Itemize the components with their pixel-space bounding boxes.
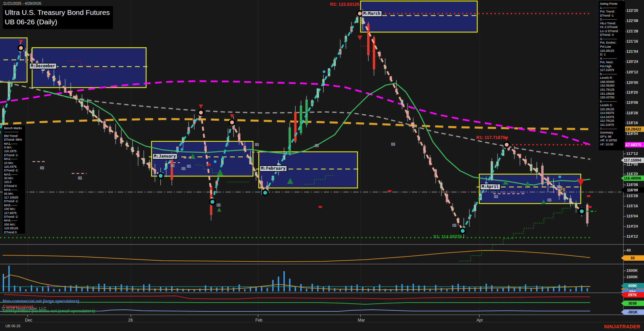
- swing-pivots-line: Swing Pivots: [600, 2, 624, 6]
- swing-pivots-panel: Swing Pivots1.--------------Pvt. Trend:D…: [599, 1, 625, 150]
- bench-marks-line: MA4.------: [4, 188, 24, 192]
- bench-marks-line: 55 MA:: [4, 192, 24, 196]
- price-axis-tick: 120'24: [626, 60, 638, 64]
- swing-pivots-line: 151.15625: [600, 92, 624, 96]
- bench-marks-line: --------------: [4, 130, 24, 134]
- indicator-value-badge: 33: [621, 255, 644, 261]
- ib-label: IB: [187, 164, 191, 169]
- swing-pivots-line: HiLo Trend:: [600, 22, 624, 26]
- s1-level-label[interactable]: S1: 114.59375: [433, 234, 462, 239]
- price-axis-tick: 120'12: [626, 70, 638, 74]
- ninjatrader-chart-window: { "window": { "date_range": "11/21/2025 …: [0, 0, 644, 331]
- swing-pivots-line: Lo:-2 DTrend: [600, 29, 624, 33]
- status-bar-instrument: UB 06-26: [5, 324, 20, 328]
- price-axis-tick: 119'20: [626, 90, 638, 94]
- price-axis-tick: 114'24: [626, 224, 638, 228]
- ib-label: IB: [391, 142, 395, 147]
- price-chart[interactable]: [0, 0, 644, 331]
- time-axis-label: Dec: [25, 318, 32, 323]
- swing-pivots-line: 4.--------------: [600, 57, 624, 61]
- cot-legend-noncommercial: Non-commercial net (large speculators): [3, 299, 79, 304]
- price-axis-tick: 121'16: [626, 39, 638, 43]
- price-axis-tick: 121'28: [626, 29, 638, 33]
- ib-label: IB: [78, 175, 82, 181]
- swing-pivots-line: AR: 9.18750: [600, 139, 624, 143]
- price-axis-tick: 115'16: [626, 204, 638, 208]
- indicator-value-badge: 409K: [621, 283, 644, 288]
- bench-marks-line: DTrend -2: [4, 215, 24, 219]
- price-axis-tick: 122'08: [626, 19, 638, 23]
- swing-pivots-line: 115.28125: [600, 108, 624, 112]
- swing-pivots-line: 114.34375: [600, 115, 624, 119]
- vertical-gridlines: [28, 0, 479, 315]
- lower-panel-plots: [0, 251, 590, 311]
- price-axis-tick: 121'04: [626, 49, 638, 53]
- month-box-label[interactable]: M:February: [259, 165, 287, 172]
- swing-pivots-line: Hi:-2 DTrend: [600, 25, 624, 29]
- ib-label: IB: [494, 194, 498, 199]
- swing-pivots-line: Pvt. Evolve:: [600, 41, 624, 45]
- swing-pivots-line: AF: 10.00: [600, 143, 624, 147]
- chart-title-line2: UB 06-26 (Daily): [5, 17, 110, 27]
- price-axis-tick: 118'16: [626, 121, 638, 125]
- bench-marks-line: Bench Marks: [4, 126, 24, 130]
- bench-marks-line: DTrend 0: [4, 184, 24, 188]
- price-axis-tick: 116'08: [626, 183, 638, 187]
- price-axis-tick: 115'04: [626, 214, 638, 218]
- bench-marks-panel: Bench Marks--------------BM Trend:DTrend…: [3, 125, 25, 234]
- bench-marks-line: 116.4375: [4, 165, 24, 169]
- ib-label: IB: [40, 165, 44, 170]
- month-box-label[interactable]: M:April: [480, 184, 501, 190]
- swing-pivots-line: 112.78125: [600, 119, 624, 123]
- month-boxes: [0, 1, 582, 204]
- price-value-badge: 117.15994: [621, 158, 644, 163]
- time-axis-label: 26: [128, 318, 133, 323]
- swing-pivots-line: Pvt. Next:: [600, 61, 624, 65]
- bench-marks-line: 117.15625: [4, 196, 24, 199]
- bench-marks-line: 117.6875: [4, 211, 24, 215]
- price-axis-tick: 119'08: [626, 100, 638, 104]
- month-box-label[interactable]: M:January: [152, 153, 178, 160]
- r2-level-label[interactable]: R2: 122.53125: [330, 2, 359, 7]
- indicator-value-badge: 297K: [621, 292, 644, 298]
- f0-label: F0: [560, 187, 565, 192]
- ib-label: IB: [547, 197, 552, 203]
- bench-marks-line: 100 MA:: [4, 207, 24, 211]
- lower-axis-tick: 1000K: [626, 275, 638, 279]
- month-box-label[interactable]: M:March: [362, 10, 382, 17]
- chart-title: Ultra U.S. Treasury Bond Futures UB 06-2…: [3, 6, 113, 29]
- time-axis-label: Apr: [477, 318, 483, 323]
- ib-label: IB: [216, 203, 221, 208]
- price-axis-tick: 120'00: [626, 80, 638, 85]
- month-box-label[interactable]: M:December: [29, 63, 57, 69]
- bench-marks-line: DTrend -88%: [4, 138, 24, 142]
- cot-legend-nonreportable: Nonreportable positions net (small specu…: [3, 309, 95, 313]
- date-range: 11/21/2025 - 4/29/2026: [3, 1, 41, 5]
- bench-marks-line: MA6.------: [4, 219, 24, 222]
- ib-label: IB: [181, 166, 186, 171]
- swing-pivots-line: 1.--------------: [600, 6, 624, 10]
- price-axis-tick: 117'12: [626, 151, 638, 156]
- bench-marks-line: MA3.------: [4, 173, 24, 176]
- ninjatrader-logo: NINJATRADER: [604, 324, 640, 329]
- swing-pivots-line: SP's: 98: [600, 135, 624, 139]
- lower-axis-tick: 1500K: [626, 268, 638, 273]
- bench-marks-line: MA5.------: [4, 204, 24, 207]
- swing-pivots-line: 111.21875: [600, 123, 624, 127]
- swing-pivots-line: 115.28125: [600, 49, 624, 53]
- bench-marks-line: 10 MA:: [4, 161, 24, 165]
- indicator-value-badge: -301K: [621, 309, 644, 315]
- ib-label: IB: [452, 223, 457, 228]
- bench-marks-line: MA1.------: [4, 142, 24, 146]
- r1-level-label[interactable]: R1: 117.71875: [476, 135, 505, 140]
- price-value-badge: 116.48906: [621, 175, 644, 181]
- bench-marks-line: BM Trend:: [4, 134, 24, 138]
- swing-pivots-line: DTrend -4: [600, 33, 624, 37]
- swing-pivots-line: Levels R:: [600, 76, 624, 80]
- swing-pivots-line: Pvt. Trend:: [600, 10, 624, 14]
- bench-marks-line: DTrend -2: [4, 199, 24, 203]
- ib-label: IB: [170, 163, 175, 168]
- swing-pivots-line: 7.--------------: [600, 127, 624, 131]
- chart-title-line1: Ultra U.S. Treasury Bond Futures: [5, 8, 110, 17]
- swing-pivots-line: Pvt Low: [600, 45, 624, 49]
